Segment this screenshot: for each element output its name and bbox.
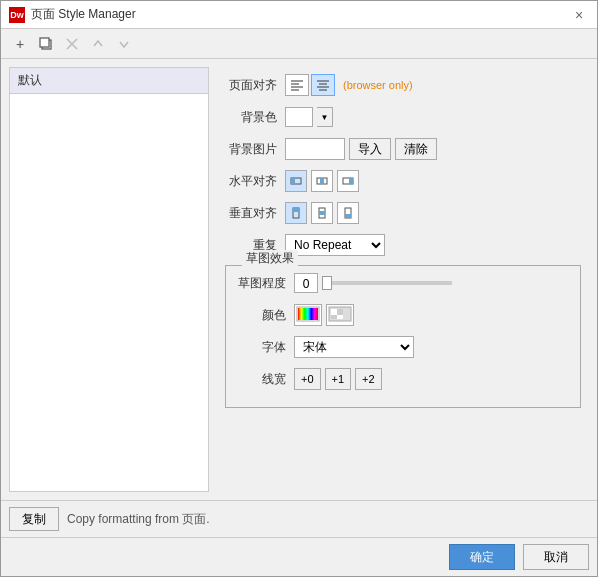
align-center-icon xyxy=(316,79,330,91)
v-bottom-icon xyxy=(341,206,355,220)
repeat-control: No Repeat Repeat Repeat X Repeat Y xyxy=(285,234,581,256)
toolbar: + xyxy=(1,29,597,59)
linewidth-2-btn[interactable]: +2 xyxy=(355,368,382,390)
bg-color-control: ▼ xyxy=(285,107,581,127)
v-align-label: 垂直对齐 xyxy=(225,205,285,222)
linewidth-1-btn[interactable]: +1 xyxy=(325,368,352,390)
svg-rect-14 xyxy=(291,178,295,184)
sketch-font-row: 字体 宋体 黑体 楷体 Arial xyxy=(234,335,572,359)
sketch-group-legend: 草图效果 xyxy=(242,250,298,267)
bg-color-box[interactable] xyxy=(285,107,313,127)
move-down-button[interactable] xyxy=(113,33,135,55)
title-bar-text: 页面 Style Manager xyxy=(31,6,569,23)
sketch-degree-row: 草图程度 0 xyxy=(234,271,572,295)
page-align-label: 页面对齐 xyxy=(225,77,285,94)
sketch-color-row: 颜色 xyxy=(234,303,572,327)
align-left-btn[interactable] xyxy=(285,74,309,96)
svg-rect-31 xyxy=(337,315,343,319)
import-button[interactable]: 导入 xyxy=(349,138,391,160)
sketch-slider[interactable] xyxy=(322,281,452,285)
sketch-color-control xyxy=(294,304,572,326)
footer-bar: 确定 取消 xyxy=(1,537,597,576)
svg-rect-28 xyxy=(331,309,337,315)
slider-container: 0 xyxy=(294,273,452,293)
cancel-button[interactable]: 取消 xyxy=(523,544,589,570)
h-align-left-btn[interactable] xyxy=(285,170,307,192)
v-align-control xyxy=(285,202,581,224)
h-align-row: 水平对齐 xyxy=(225,169,581,193)
bg-image-row: 背景图片 导入 清除 xyxy=(225,137,581,161)
align-center-btn[interactable] xyxy=(311,74,335,96)
main-window: Dw 页面 Style Manager × + xyxy=(0,0,598,577)
svg-rect-16 xyxy=(320,178,324,184)
repeat-select[interactable]: No Repeat Repeat Repeat X Repeat Y xyxy=(285,234,385,256)
copy-info-text: Copy formatting from 页面. xyxy=(67,511,210,528)
copy-icon xyxy=(39,37,53,51)
sketch-font-control: 宋体 黑体 楷体 Arial xyxy=(294,336,572,358)
align-left-icon xyxy=(290,79,304,91)
v-align-row: 垂直对齐 xyxy=(225,201,581,225)
h-align-right-btn[interactable] xyxy=(337,170,359,192)
sketch-group-container: 草图效果 草图程度 0 xyxy=(225,265,581,408)
bg-color-dropdown[interactable]: ▼ xyxy=(317,107,333,127)
move-up-button[interactable] xyxy=(87,33,109,55)
sketch-degree-value: 0 xyxy=(294,273,318,293)
left-panel-body xyxy=(10,94,208,491)
delete-icon xyxy=(66,38,78,50)
close-button[interactable]: × xyxy=(569,5,589,25)
fg-color-icon xyxy=(296,306,320,324)
h-align-control xyxy=(285,170,581,192)
left-panel: 默认 xyxy=(9,67,209,492)
sketch-group-box: 草图效果 草图程度 0 xyxy=(225,265,581,408)
bg-image-control: 导入 清除 xyxy=(285,138,581,160)
sketch-color-fg-btn[interactable] xyxy=(294,304,322,326)
h-right-icon xyxy=(341,174,355,188)
v-align-top-btn[interactable] xyxy=(285,202,307,224)
sketch-degree-control: 0 xyxy=(294,273,572,293)
page-align-control: (browser only) xyxy=(285,74,581,96)
v-align-middle-btn[interactable] xyxy=(311,202,333,224)
ok-button[interactable]: 确定 xyxy=(449,544,515,570)
line-width-control: +0 +1 +2 xyxy=(294,368,572,390)
svg-rect-20 xyxy=(293,208,299,212)
app-icon: Dw xyxy=(9,7,25,23)
copy-format-button[interactable]: 复制 xyxy=(9,507,59,531)
font-select[interactable]: 宋体 黑体 楷体 Arial xyxy=(294,336,414,358)
bg-image-label: 背景图片 xyxy=(225,141,285,158)
v-middle-icon xyxy=(315,206,329,220)
main-content: 默认 页面对齐 xyxy=(1,59,597,500)
bottom-bar: 复制 Copy formatting from 页面. xyxy=(1,500,597,537)
sketch-font-label: 字体 xyxy=(234,339,294,356)
slider-thumb[interactable] xyxy=(322,276,332,290)
bg-color-label: 背景色 xyxy=(225,109,285,126)
svg-rect-1 xyxy=(40,38,49,47)
sketch-degree-label: 草图程度 xyxy=(234,275,294,292)
clear-button[interactable]: 清除 xyxy=(395,138,437,160)
svg-rect-24 xyxy=(345,214,351,218)
sketch-color-bg-btn[interactable] xyxy=(326,304,354,326)
h-left-icon xyxy=(289,174,303,188)
page-align-group xyxy=(285,74,335,96)
h-center-icon xyxy=(315,174,329,188)
add-button[interactable]: + xyxy=(9,33,31,55)
up-arrow-icon xyxy=(92,38,104,50)
left-panel-header: 默认 xyxy=(10,68,208,94)
h-align-center-btn[interactable] xyxy=(311,170,333,192)
page-align-row: 页面对齐 xyxy=(225,73,581,97)
svg-rect-30 xyxy=(331,315,337,319)
sketch-group-content: 草图程度 0 xyxy=(226,271,580,407)
copy-style-button[interactable] xyxy=(35,33,57,55)
linewidth-0-btn[interactable]: +0 xyxy=(294,368,321,390)
bg-image-box xyxy=(285,138,345,160)
sketch-color-label: 颜色 xyxy=(234,307,294,324)
bg-color-icon xyxy=(328,306,352,324)
v-align-bottom-btn[interactable] xyxy=(337,202,359,224)
right-panel: 页面对齐 xyxy=(217,67,589,492)
delete-button[interactable] xyxy=(61,33,83,55)
down-arrow-icon xyxy=(118,38,130,50)
svg-rect-18 xyxy=(349,178,353,184)
browser-only-text: (browser only) xyxy=(343,79,413,91)
line-width-label: 线宽 xyxy=(234,371,294,388)
svg-rect-26 xyxy=(298,308,318,320)
svg-rect-29 xyxy=(337,309,343,315)
